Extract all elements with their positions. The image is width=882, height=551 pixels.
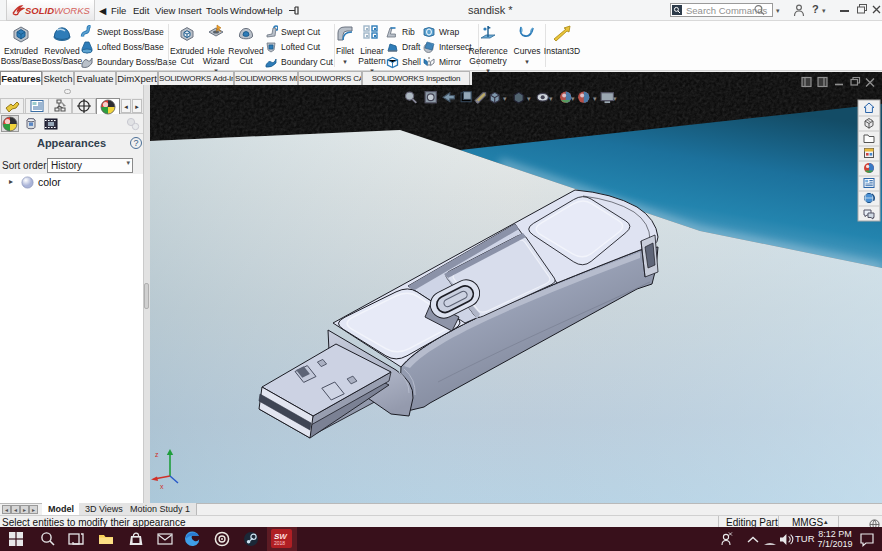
- svg-text:SOLID: SOLID: [25, 5, 54, 16]
- svg-text:▾: ▾: [549, 95, 553, 102]
- svg-text:▾: ▾: [593, 95, 597, 102]
- svg-text:▾: ▾: [527, 95, 531, 102]
- svg-text:▾: ▾: [571, 95, 575, 102]
- svg-text:WORKS: WORKS: [54, 5, 91, 16]
- svg-text:x: x: [160, 483, 164, 490]
- svg-text:▾: ▾: [613, 95, 617, 102]
- svg-text:▾: ▾: [503, 95, 507, 102]
- svg-text:z: z: [155, 451, 159, 458]
